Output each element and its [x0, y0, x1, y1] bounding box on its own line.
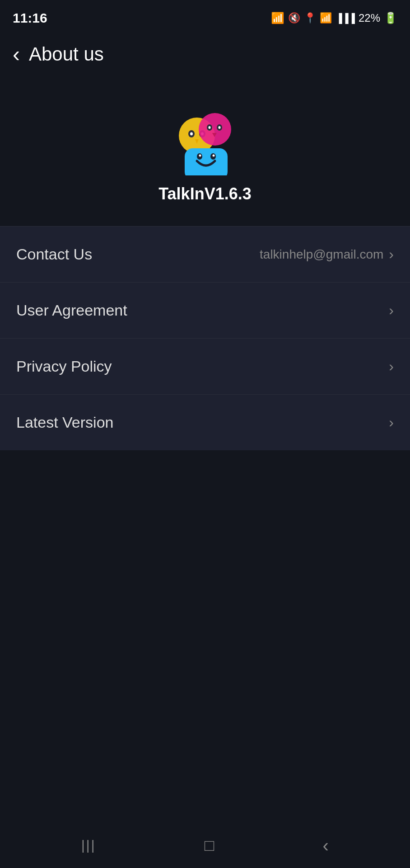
latest-version-label: Latest Version	[16, 414, 113, 431]
back-nav-button[interactable]: ‹	[316, 828, 336, 863]
menu-list: Contact Us talkinhelp@gmail.com › User A…	[0, 226, 410, 450]
status-time: 11:16	[13, 10, 47, 26]
wifi-icon: 📶	[320, 12, 332, 24]
svg-point-17	[213, 155, 215, 157]
privacy-policy-item[interactable]: Privacy Policy ›	[0, 339, 410, 395]
status-bar: 11:16 📶 🔇 📍 📶 ▐▐▐ 22% 🔋	[0, 0, 410, 33]
contact-us-label: Contact Us	[16, 245, 92, 263]
svg-rect-12	[185, 148, 228, 175]
latest-version-right: ›	[389, 414, 394, 431]
contact-email: talkinhelp@gmail.com	[260, 247, 383, 262]
status-icons: 📶 🔇 📍 📶 ▐▐▐ 22% 🔋	[271, 12, 397, 24]
contact-us-right: talkinhelp@gmail.com ›	[260, 246, 394, 263]
user-agreement-chevron: ›	[389, 302, 394, 319]
bluetooth-icon: 📶	[271, 12, 284, 24]
signal-icon: ▐▐▐	[335, 13, 355, 24]
privacy-policy-chevron: ›	[389, 358, 394, 375]
svg-point-3	[190, 132, 193, 136]
recent-apps-button[interactable]: |||	[74, 830, 103, 860]
home-button[interactable]: □	[197, 829, 222, 862]
battery-text: 22%	[359, 12, 380, 24]
latest-version-item[interactable]: Latest Version ›	[0, 395, 410, 450]
location-icon: 📍	[304, 12, 316, 24]
latest-version-chevron: ›	[389, 414, 394, 431]
battery-icon: 🔋	[384, 12, 397, 24]
mute-icon: 🔇	[288, 12, 300, 24]
contact-us-chevron: ›	[389, 246, 394, 263]
svg-point-9	[209, 126, 211, 129]
user-agreement-item[interactable]: User Agreement ›	[0, 283, 410, 339]
contact-us-item[interactable]: Contact Us talkinhelp@gmail.com ›	[0, 226, 410, 283]
bottom-nav: ||| □ ‹	[0, 823, 410, 868]
privacy-policy-label: Privacy Policy	[16, 358, 112, 375]
user-agreement-label: User Agreement	[16, 302, 127, 319]
logo-section: TalkInV1.6.3	[0, 76, 410, 226]
privacy-policy-right: ›	[389, 358, 394, 375]
page-title: About us	[29, 43, 104, 65]
header: ‹ About us	[0, 33, 410, 76]
back-button[interactable]: ‹	[13, 43, 20, 65]
svg-point-16	[199, 155, 201, 157]
user-agreement-right: ›	[389, 302, 394, 319]
svg-point-10	[219, 126, 221, 129]
app-logo	[164, 103, 246, 175]
svg-point-6	[199, 113, 231, 146]
app-name-label: TalkInV1.6.3	[158, 184, 251, 203]
